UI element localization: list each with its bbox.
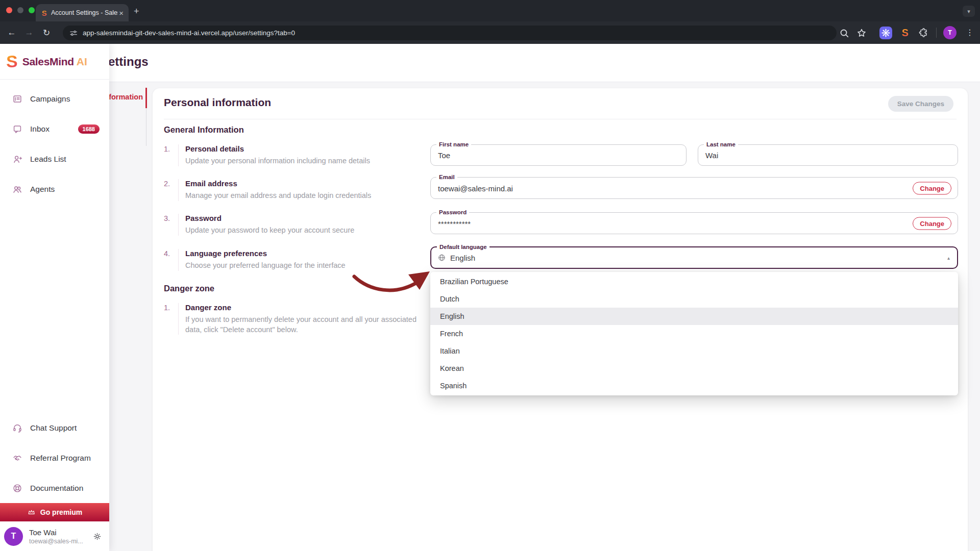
option-french[interactable]: French bbox=[430, 325, 958, 342]
item-title: Danger zone bbox=[185, 303, 430, 312]
browser-tab[interactable]: S Account Settings - SalesMind × bbox=[36, 4, 129, 21]
brand-logo[interactable]: S SalesMind AI bbox=[0, 44, 109, 80]
item-description: Manage your email address and update log… bbox=[185, 191, 371, 201]
back-icon[interactable]: ← bbox=[3, 28, 20, 38]
sidebar-item-inbox[interactable]: Inbox 1688 bbox=[0, 114, 109, 144]
card-title: Personal information bbox=[164, 96, 271, 109]
sidebar-item-campaigns[interactable]: Campaigns bbox=[0, 84, 109, 114]
email-label: Email bbox=[436, 174, 457, 180]
user-profile-row[interactable]: T Toe Wai toewai@sales-mi... bbox=[0, 521, 109, 551]
toolbar-divider bbox=[936, 28, 937, 38]
inbox-count-badge: 1688 bbox=[78, 124, 100, 134]
sidebar: S SalesMind AI Campaigns Inbox 1688 bbox=[0, 44, 109, 551]
change-password-button[interactable]: Change bbox=[913, 217, 951, 230]
last-name-label: Last name bbox=[704, 141, 738, 147]
email-value[interactable]: toewai@sales-mind.ai bbox=[438, 184, 513, 192]
browser-chrome: S Account Settings - SalesMind × + ▾ ← →… bbox=[0, 0, 980, 44]
sidebar-item-label: Agents bbox=[30, 185, 55, 194]
go-premium-button[interactable]: Go premium bbox=[0, 503, 109, 521]
avatar: T bbox=[4, 527, 23, 546]
people-icon bbox=[12, 184, 23, 195]
item-divider bbox=[178, 179, 179, 201]
close-window-button[interactable] bbox=[6, 7, 12, 13]
list-item-danger-zone: 1. Danger zone If you want to permanentl… bbox=[164, 303, 430, 335]
save-changes-button[interactable]: Save Changes bbox=[888, 96, 953, 112]
url-text: app-salesmindai-git-dev-sales-mind-ai.ve… bbox=[83, 29, 295, 37]
first-name-value[interactable]: Toe bbox=[438, 151, 450, 160]
inbox-icon bbox=[12, 123, 23, 135]
sidebar-item-label: Campaigns bbox=[30, 94, 70, 104]
first-name-field[interactable]: First name Toe bbox=[430, 144, 687, 166]
sidebar-nav: Campaigns Inbox 1688 Leads List bbox=[0, 80, 109, 204]
close-tab-icon[interactable]: × bbox=[118, 9, 125, 17]
user-name: Toe Wai bbox=[29, 528, 92, 537]
sidebar-item-leads-list[interactable]: Leads List bbox=[0, 144, 109, 174]
browser-menu-icon[interactable]: ⋮ bbox=[966, 27, 974, 39]
globe-icon bbox=[437, 254, 446, 262]
option-english[interactable]: English bbox=[430, 308, 958, 325]
sidebar-item-chat-support[interactable]: Chat Support bbox=[0, 413, 109, 443]
language-value: English bbox=[450, 254, 475, 262]
change-email-button[interactable]: Change bbox=[913, 182, 951, 194]
item-description: Update your password to keep your accoun… bbox=[185, 226, 354, 236]
language-select[interactable]: Default language English ▴ bbox=[430, 246, 958, 269]
sidebar-item-label: Documentation bbox=[30, 484, 83, 493]
divider bbox=[164, 119, 957, 119]
option-brazilian-portuguese[interactable]: Brazilian Portuguese bbox=[430, 273, 958, 290]
url-bar[interactable]: app-salesmindai-git-dev-sales-mind-ai.ve… bbox=[63, 26, 837, 40]
minimize-window-button[interactable] bbox=[17, 7, 23, 13]
option-italian[interactable]: Italian bbox=[430, 342, 958, 360]
last-name-value[interactable]: Wai bbox=[705, 151, 718, 160]
password-value[interactable]: *********** bbox=[438, 219, 471, 228]
list-item-personal-details: 1. Personal details Update your personal… bbox=[164, 144, 370, 166]
forward-icon[interactable]: → bbox=[20, 28, 38, 38]
reload-icon[interactable]: ↻ bbox=[38, 28, 55, 38]
item-divider bbox=[178, 214, 179, 236]
annotation-arrow bbox=[351, 268, 438, 301]
option-korean[interactable]: Korean bbox=[430, 360, 958, 377]
site-info-icon[interactable] bbox=[69, 29, 78, 38]
sidebar-item-agents[interactable]: Agents bbox=[0, 174, 109, 204]
tab-track bbox=[146, 108, 146, 146]
item-title: Email address bbox=[185, 179, 371, 188]
chevron-up-icon[interactable]: ▴ bbox=[947, 255, 950, 261]
item-title: Password bbox=[185, 214, 354, 222]
new-tab-button[interactable]: + bbox=[134, 7, 139, 16]
option-spanish[interactable]: Spanish bbox=[430, 377, 958, 394]
bookmark-star-icon[interactable] bbox=[855, 27, 868, 39]
sidebar-item-documentation[interactable]: Documentation bbox=[0, 473, 109, 503]
gear-icon[interactable] bbox=[92, 532, 102, 541]
crown-icon bbox=[27, 508, 36, 517]
settings-card: Personal information Save Changes Genera… bbox=[153, 88, 968, 551]
option-dutch[interactable]: Dutch bbox=[430, 290, 958, 308]
language-dropdown: Brazilian Portuguese Dutch English Frenc… bbox=[430, 272, 958, 395]
brand-suffix: AI bbox=[77, 56, 87, 68]
tab-search-icon[interactable]: ▾ bbox=[963, 6, 975, 17]
brand-mark-icon: S bbox=[6, 52, 18, 71]
tab-title: Account Settings - SalesMind bbox=[51, 9, 118, 16]
item-number: 4. bbox=[164, 249, 177, 271]
sidebar-item-label: Chat Support bbox=[30, 423, 77, 433]
item-number: 3. bbox=[164, 214, 177, 236]
fullscreen-window-button[interactable] bbox=[29, 7, 35, 13]
first-name-label: First name bbox=[436, 141, 471, 147]
extension-icon[interactable] bbox=[879, 27, 892, 39]
email-field[interactable]: Email toewai@sales-mind.ai Change bbox=[430, 177, 958, 199]
salesmind-extension-icon[interactable]: S bbox=[899, 27, 912, 39]
sidebar-item-label: Referral Program bbox=[30, 454, 91, 463]
password-field[interactable]: Password *********** Change bbox=[430, 212, 958, 234]
tab-indicator bbox=[145, 88, 147, 108]
item-title: Personal details bbox=[185, 144, 370, 153]
language-label: Default language bbox=[437, 244, 489, 250]
list-item-email-address: 2. Email address Manage your email addre… bbox=[164, 179, 371, 201]
list-item-language-preferences: 4. Language preferences Choose your pref… bbox=[164, 249, 346, 271]
zoom-icon[interactable] bbox=[838, 27, 850, 39]
extensions-puzzle-icon[interactable] bbox=[917, 27, 929, 39]
item-number: 1. bbox=[164, 303, 177, 335]
browser-profile-avatar[interactable]: T bbox=[943, 26, 957, 39]
item-divider bbox=[178, 144, 179, 166]
brand-name: SalesMind bbox=[22, 56, 74, 68]
password-label: Password bbox=[436, 209, 469, 215]
last-name-field[interactable]: Last name Wai bbox=[698, 144, 958, 166]
sidebar-item-referral-program[interactable]: Referral Program bbox=[0, 443, 109, 473]
